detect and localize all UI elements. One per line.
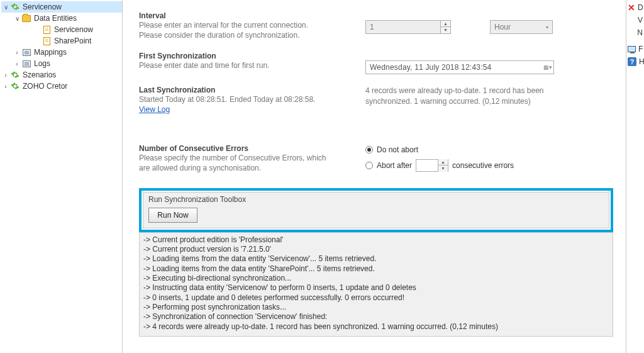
radio-do-not-abort[interactable]: Do not abort [365,145,418,154]
tree-label: Mappings [33,48,67,57]
tree-node-data-entities[interactable]: ∨ Data Entities [13,13,122,24]
log-line: -> Synchronization of connection 'Servic… [143,312,609,322]
tree-label: Szenarios [21,70,56,79]
expand-toggle[interactable]: ∨ [13,15,21,22]
side-label: H [639,57,644,66]
errors-desc1: Please specify the number of Consecutive… [139,153,365,163]
right-toolbar: ✕ D V N F ? H [626,0,644,353]
interval-value: 1 [366,23,440,31]
log-line: -> Instructing data entity 'Servicenow' … [143,283,609,293]
sync-log-output[interactable]: -> Current product edition is 'Professio… [139,232,613,337]
side-label: V [638,16,643,25]
radio-icon [365,146,373,154]
interval-unit-combo[interactable]: Hour ▾ [490,20,553,34]
tree-node-zoho[interactable]: › ZOHO Cretor [1,81,122,92]
side-item-help[interactable]: ? H [628,55,643,68]
gear-icon [10,81,20,91]
tree-node-entity-servicenow[interactable]: · Servicenow [33,24,122,35]
log-line: -> Loading items from the data entity 'S… [143,264,609,274]
spin-up-icon[interactable]: ▲ [438,159,448,165]
lastsync-title: Last Synchronization [139,86,365,94]
firstsync-value: Wednesday, 11 July 2018 12:43:54 [366,63,542,72]
tree-label: ZOHO Cretor [21,82,67,91]
log-line: -> Loading items from the data entity 'S… [143,254,609,264]
calendar-dropdown-icon[interactable]: ▦▾ [542,64,553,70]
side-item-v[interactable]: V [628,14,643,26]
spin-down-icon[interactable]: ▼ [438,165,448,172]
expand-toggle[interactable]: › [1,72,10,79]
view-log-link[interactable]: View Log [139,105,170,114]
radio-icon [365,162,373,169]
log-line: -> 4 records were already up-to-date. 1 … [143,322,609,332]
expand-toggle[interactable]: › [13,49,21,56]
gear-icon [10,2,20,12]
folder-icon [21,13,31,23]
tree-node-mappings[interactable]: › Mappings [13,47,122,58]
side-item-delete[interactable]: ✕ D [628,1,643,14]
expand-toggle[interactable]: › [13,60,21,67]
tree-label: Servicenow [21,3,62,11]
blank-icon [628,28,635,38]
page-icon [42,25,52,35]
expand-toggle[interactable]: › [1,83,10,90]
spin-down-icon[interactable]: ▼ [440,27,450,33]
tree-label: Servicenow [53,25,93,34]
navigation-tree: ∨ Servicenow ∨ Data Entities [0,0,123,353]
radio-label-prefix: Abort after [377,161,412,170]
interval-title: Interval [139,11,365,20]
lastsync-summary: 4 records were already up-to-date. 1 rec… [365,86,554,106]
side-label: F [638,45,643,53]
blank-icon [628,15,635,25]
page-icon [42,36,52,46]
main-panel: Interval Please enter an interval for th… [123,0,626,353]
run-now-button[interactable]: Run Now [148,208,197,223]
errors-title: Number of Consecutive Errors [139,144,365,153]
radio-abort-after[interactable]: Abort after ▲ ▼ consecutive errors [365,159,514,172]
side-item-n[interactable]: N [628,26,643,39]
spin-up-icon[interactable]: ▲ [440,21,450,27]
tree-node-servicenow[interactable]: ∨ Servicenow [1,1,122,13]
log-line: -> 0 inserts, 1 update and 0 deletes per… [143,293,609,303]
toolbox-highlight: Run Synchronization Toolbox Run Now [139,188,613,232]
tree-label: Logs [33,59,50,68]
log-icon [21,47,31,57]
side-item-f[interactable]: F [628,43,643,55]
side-label: D [638,3,643,12]
monitor-icon [628,44,636,54]
help-icon: ? [628,57,636,67]
abort-count-spinner[interactable]: ▲ ▼ [416,159,448,172]
lastsync-status: Started Today at 08:28:51. Ended Today a… [139,94,365,104]
chevron-down-icon: ▾ [542,25,552,30]
radio-label: Do not abort [377,145,418,154]
firstsync-datetime-picker[interactable]: Wednesday, 11 July 2018 12:43:54 ▦▾ [365,60,554,74]
toolbox-title: Run Synchronization Toolbox [148,195,604,204]
interval-value-spinner[interactable]: 1 ▲ ▼ [365,20,451,34]
interval-desc2: Please consider the duration of synchron… [139,30,365,40]
tree-node-entity-sharepoint[interactable]: · SharePoint [33,35,122,47]
interval-unit: Hour [491,23,542,31]
errors-desc2: are allowed during a synchonisation. [139,163,365,173]
tree-label: SharePoint [53,36,91,45]
log-line: -> Performing post synchronization tasks… [143,303,609,312]
side-label: N [637,28,643,37]
log-line: -> Current product edition is 'Professio… [143,235,609,245]
log-line: -> Current product version is '7.21.5.0' [143,245,609,254]
firstsync-desc: Please enter date and time for first run… [139,60,365,70]
close-icon: ✕ [628,3,635,13]
expand-toggle[interactable]: ∨ [1,4,10,11]
log-line: -> Executing bi-directional synchronizat… [143,274,609,283]
gear-icon [10,70,20,80]
log-icon [21,59,31,69]
run-sync-toolbox: Run Synchronization Toolbox Run Now [143,192,609,228]
tree-label: Data Entities [33,14,77,23]
interval-desc1: Please enter an interval for the current… [139,20,365,30]
tree-node-szenarios[interactable]: › Szenarios [1,69,122,81]
firstsync-title: First Synchronization [139,52,365,60]
tree-node-logs[interactable]: › Logs [13,58,122,69]
radio-label-suffix: consecutive errors [452,161,514,170]
